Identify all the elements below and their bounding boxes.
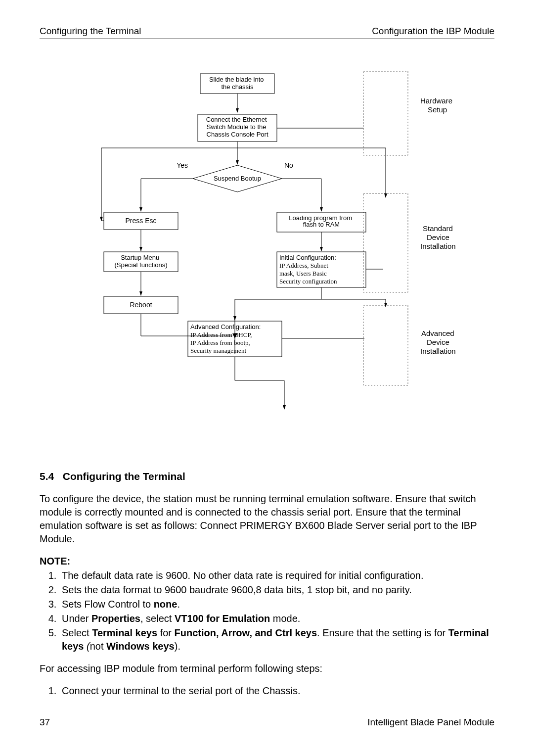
box-startup: Startup Menu (Special functions) — [115, 254, 168, 269]
box-loading: Loading program from flash to RAM — [289, 214, 354, 228]
section-heading: 5.4 Configuring the Terminal — [40, 470, 494, 483]
box-slide: Slide the blade into the chassis — [209, 76, 266, 91]
note-5: Select Terminal keys for Function, Arrow… — [59, 626, 494, 653]
page-header: Configuring the Terminal Configuration t… — [40, 25, 494, 39]
note-list: The default data rate is 9600. No other … — [40, 569, 494, 653]
box-press-esc: Press Esc — [125, 217, 156, 225]
step-1: Connect your terminal to the serial port… — [59, 684, 494, 698]
box-advanced-config: Advanced Configuration: IP Address from … — [190, 323, 263, 354]
svg-rect-1 — [363, 193, 408, 292]
box-connect: Connect the Ethernet Switch Module to th… — [206, 116, 268, 138]
page-number: 37 — [40, 716, 50, 729]
note-3: Sets Flow Control to none. — [59, 598, 494, 611]
page-footer: 37 Intelligent Blade Panel Module — [40, 716, 494, 729]
svg-rect-0 — [363, 71, 408, 155]
note-2: Sets the data format to 9600 baudrate 96… — [59, 583, 494, 597]
label-no: No — [284, 161, 293, 169]
label-yes: Yes — [177, 161, 188, 169]
label-advanced-device: Advanced Device Installation — [420, 329, 456, 355]
header-right: Configuration the IBP Module — [372, 25, 494, 38]
para-intro: To configure the device, the station mus… — [40, 492, 494, 546]
svg-rect-2 — [363, 305, 408, 385]
decision-suspend: Suspend Bootup — [214, 175, 261, 182]
note-1: The default data rate is 9600. No other … — [59, 569, 494, 582]
flowchart: Hardware Setup Standard Device Installat… — [77, 69, 457, 435]
footer-title: Intelligent Blade Panel Module — [367, 716, 494, 729]
label-standard-device: Standard Device Installation — [420, 224, 456, 250]
steps-list: Connect your terminal to the serial port… — [40, 684, 494, 698]
label-hardware-setup: Hardware Setup — [420, 96, 454, 114]
box-initial: Initial Configuration: IP Address, Subne… — [279, 254, 338, 285]
note-label: NOTE: — [40, 555, 494, 568]
header-left: Configuring the Terminal — [40, 25, 141, 38]
flowchart-svg: Hardware Setup Standard Device Installat… — [77, 69, 457, 435]
para-access: For accessing IBP module from terminal p… — [40, 662, 494, 675]
box-reboot: Reboot — [130, 301, 152, 309]
note-4: Under Properties, select VT100 for Emula… — [59, 612, 494, 625]
